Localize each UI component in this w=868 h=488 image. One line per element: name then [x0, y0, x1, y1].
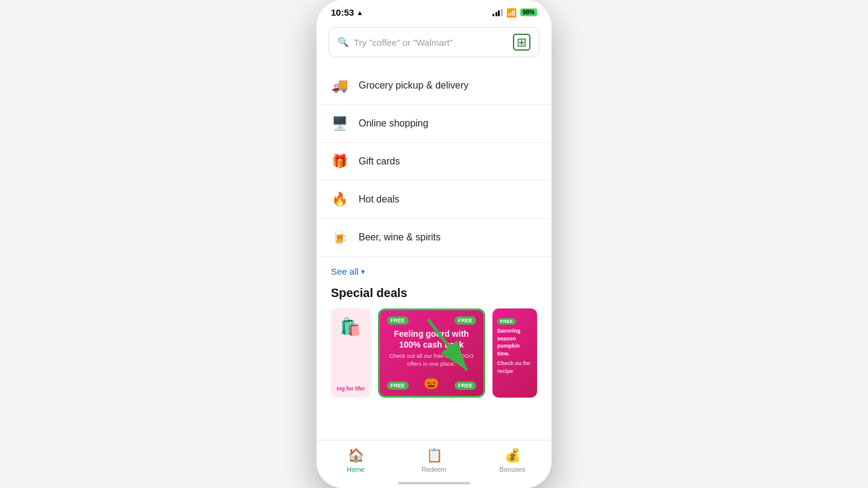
menu-item-grocery[interactable]: 🚚 Grocery pickup & delivery — [316, 67, 552, 105]
right-free-badge: FREE — [497, 318, 516, 325]
battery-indicator: 98% — [520, 8, 537, 16]
location-icon: ▲ — [356, 9, 363, 16]
monitor-icon: 🖥️ — [331, 116, 348, 131]
special-deals-title: Special deals — [331, 286, 552, 300]
beer-icon: 🍺 — [331, 230, 348, 245]
home-indicator — [398, 482, 470, 484]
wifi-icon: 📶 — [506, 8, 517, 17]
deal-card-right[interactable]: FREE Savoring season pumpkin time. Check… — [492, 308, 537, 398]
search-input[interactable]: Try "coffee" or "Walmart" — [354, 37, 508, 48]
right-card-text: Savoring season pumpkin time. — [497, 327, 532, 357]
pumpkin-icon: 🎃 — [424, 375, 439, 390]
deal-main-inner: FREE FREE Feeling gourd with 100% cash b… — [380, 310, 483, 396]
menu-item-gift-cards[interactable]: 🎁 Gift cards — [316, 143, 552, 181]
free-badge-4: FREE — [454, 381, 476, 390]
status-time: 10:53 ▲ — [331, 7, 363, 17]
phone-frame: 10:53 ▲ 📶 98% 🔍 Try "coffee" or "Walmart… — [316, 0, 552, 488]
free-badges-row: FREE FREE — [387, 316, 476, 325]
online-shopping-label: Online shopping — [359, 118, 429, 129]
deals-carousel[interactable]: ing for life! FREE FREE Feeling gourd wi… — [331, 308, 552, 398]
right-card-subtext: Check ou for recipe — [497, 360, 532, 375]
beer-wine-label: Beer, wine & spirits — [359, 232, 441, 243]
nav-item-redeem[interactable]: 📋 Redeem — [395, 448, 473, 473]
left-card-bottom-text: ing for life! — [337, 386, 365, 392]
status-icons: 📶 98% — [492, 8, 537, 17]
deal-card-subtitle: Check out all our free and BOGO offers i… — [387, 352, 476, 368]
status-bar: 10:53 ▲ 📶 98% — [316, 0, 552, 21]
menu-item-hot-deals[interactable]: 🔥 Hot deals — [316, 181, 552, 219]
fire-icon: 🔥 — [331, 192, 348, 207]
search-icon: 🔍 — [338, 37, 349, 48]
time-display: 10:53 — [331, 7, 354, 17]
nav-item-bonuses[interactable]: 💰 Bonuses — [473, 448, 552, 473]
main-content: 🔍 Try "coffee" or "Walmart" ⊞ 🚚 Grocery … — [316, 21, 552, 488]
search-bar[interactable]: 🔍 Try "coffee" or "Walmart" ⊞ — [329, 27, 539, 57]
deal-card-left[interactable]: ing for life! — [331, 308, 371, 398]
menu-item-beer-wine[interactable]: 🍺 Beer, wine & spirits — [316, 219, 552, 257]
bonuses-nav-label: Bonuses — [500, 466, 526, 473]
bonuses-icon: 💰 — [505, 448, 521, 463]
deal-card-title: Feeling gourd with 100% cash back — [387, 328, 476, 350]
free-badge-2: FREE — [454, 316, 476, 325]
home-icon: 🏠 — [348, 448, 364, 463]
hot-deals-label: Hot deals — [359, 194, 400, 205]
deal-card-main[interactable]: FREE FREE Feeling gourd with 100% cash b… — [378, 308, 485, 398]
grocery-icon: 🚚 — [331, 78, 348, 93]
see-all-row[interactable]: See all ▾ — [316, 257, 552, 286]
bottom-nav: 🏠 Home 📋 Redeem 💰 Bonuses — [316, 440, 552, 488]
free-badge-3: FREE — [387, 381, 409, 390]
grocery-label: Grocery pickup & delivery — [359, 80, 468, 91]
special-deals-section: Special deals ing for life! FREE FREE Fe… — [316, 286, 552, 398]
chevron-down-icon: ▾ — [361, 267, 365, 276]
home-nav-label: Home — [347, 466, 364, 473]
signal-icon — [492, 9, 503, 16]
deal-decorations: FREE 🎃 FREE — [387, 375, 476, 390]
search-container: 🔍 Try "coffee" or "Walmart" ⊞ — [316, 21, 552, 67]
gift-cards-label: Gift cards — [359, 156, 400, 167]
gift-card-icon: 🎁 — [331, 154, 348, 169]
menu-list: 🚚 Grocery pickup & delivery 🖥️ Online sh… — [316, 67, 552, 257]
nav-item-home[interactable]: 🏠 Home — [316, 448, 395, 473]
menu-item-online-shopping[interactable]: 🖥️ Online shopping — [316, 105, 552, 143]
barcode-icon[interactable]: ⊞ — [513, 34, 530, 51]
free-badge-1: FREE — [387, 316, 409, 325]
redeem-icon: 📋 — [426, 448, 442, 463]
see-all-label[interactable]: See all — [331, 266, 359, 277]
redeem-nav-label: Redeem — [421, 466, 447, 473]
